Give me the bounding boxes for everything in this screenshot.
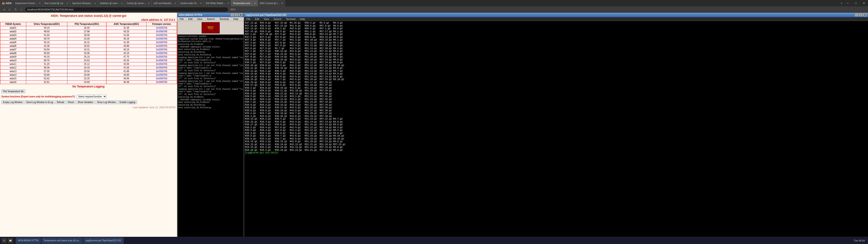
taskbar-apps-icon[interactable]: ⊞ [1,238,7,243]
tab-close-icon[interactable]: ✕ [66,2,68,4]
tab-close-icon[interactable]: ✕ [281,2,283,4]
browser-tab[interactable]: Temperature and ...✕ [231,0,258,6]
fw-link[interactable]: 0x3350706 [156,52,167,55]
action-button[interactable]: Send Log Window to ELog [25,100,55,104]
terminal-menu-item[interactable]: View [262,18,271,21]
cell-system: aida01 [0,26,26,30]
terminal-menu-item[interactable]: Edit [254,18,260,21]
taskbar-places-icon[interactable]: 📁 [8,238,13,243]
cell-psu: 25.56 [67,69,106,73]
fw-link[interactable]: 0x3350706 [156,34,167,36]
midas-menu-item[interactable]: Help [232,18,240,21]
forward-button[interactable]: ▶ [7,7,12,12]
browser-tab[interactable]: Spectrum Browser...✕ [70,0,98,6]
cell-asic: 41.06 [106,33,146,37]
cell-virtex: 61.94 [26,33,67,37]
fw-link[interactable]: 0x3350706 [156,81,167,83]
back-button[interactable]: ◀ [1,7,6,12]
cell-virtex: 48.50 [26,30,67,33]
terminal-line: R38.15.gz R28.2.gz R38.4.gz R42.3.gz R51… [245,118,867,121]
midas-menu-item[interactable]: Terminal [218,18,230,21]
tab-close-icon[interactable]: ✕ [200,2,202,4]
tab-close-icon[interactable]: ✕ [148,2,150,4]
close-button[interactable]: ✕ [860,0,868,6]
fw-link[interactable]: 0x3350706 [156,70,167,72]
new-tab-button[interactable]: + [839,0,844,6]
tab-label: Temperature and ... [233,2,252,4]
terminal-menu-item[interactable]: Search [272,18,283,21]
action-button[interactable]: Enable Logging [118,100,137,104]
fw-link[interactable]: 0x3350706 [156,37,167,40]
browser-tab[interactable]: LED and Wavefor...✕ [152,0,178,6]
minimize-button[interactable]: ─ [844,0,852,6]
terminal-close[interactable]: ✕ [863,13,867,17]
plot-temperature-button[interactable]: Plot Temperature file [1,89,25,93]
home-button[interactable]: ⌂ [19,7,24,12]
tab-close-icon[interactable]: ✕ [175,2,176,4]
midas-content[interactable]: RunControlClient loadedCompleted custom … [178,35,244,237]
terminal-minimize[interactable]: ─ [855,13,859,17]
action-button[interactable]: Reset [66,100,75,104]
fw-link[interactable]: 0x3350706 [156,66,167,69]
midas-log-line: if": no such file or directory" [178,93,243,96]
tab-close-icon[interactable]: ✕ [121,2,123,4]
fw-link[interactable]: 0x3350706 [156,41,167,43]
fw-link[interactable]: 0x3350706 [156,59,167,62]
tab-label: System wide Ch... [180,2,198,4]
maximize-button[interactable]: □ [852,0,860,6]
midas-maximize[interactable]: □ [235,13,238,17]
reload-button[interactable]: ↻ [13,7,18,12]
tab-close-icon[interactable]: ✕ [254,2,256,4]
midas-menu-item[interactable]: View [196,18,204,21]
cell-fw: 0x3350706 [146,59,177,62]
temperature-table: FEE64 System Virtex Temperature(63C) PSU… [0,22,177,84]
fw-link[interactable]: 0x3350706 [156,74,167,76]
select-function-dropdown[interactable]: Select required function [76,95,107,98]
taskbar-app[interactable]: AIDA MIDAS HTTPd [16,238,41,244]
midas-minimize[interactable]: ─ [230,13,234,17]
browser-tab[interactable]: GSI White Rabbit ...✕ [204,0,231,6]
action-button[interactable]: Show Variables [76,100,95,104]
terminal-menu-item[interactable]: File [245,18,252,21]
fw-link[interactable]: 0x3350706 [156,77,167,80]
browser-tab[interactable]: Experiment Control ...✕ [13,0,43,6]
browser-tab[interactable]: Run Control @ car...✕ [43,0,70,6]
midas-close[interactable]: ✕ [239,13,242,17]
terminal-line: R39.1.gz R29.7.gz R38.19.gz R43.7.gz R51… [245,112,867,115]
url-input[interactable] [25,7,228,12]
action-button[interactable]: Show Log Window [95,100,117,104]
cell-asic: 43.06 [106,62,146,66]
browser-tab[interactable]: Control @ carme-...✕ [125,0,152,6]
cell-fw: 0x3350706 [146,55,177,59]
fw-link[interactable]: 0x3350706 [156,48,167,51]
fw-link[interactable]: 0x3350706 [156,30,167,33]
browser-tab[interactable]: Statistics @ carm...✕ [98,0,125,6]
taskbar-app[interactable]: rpg@carme-gsi:/TapeData/G22-201 [84,238,123,244]
fw-link[interactable]: 0x3350706 [156,45,167,47]
action-button[interactable]: Empty Log Window [1,100,24,104]
tab-close-icon[interactable]: ✕ [39,2,41,4]
table-row: aida16 51.81 24.69 40.38 0x3350706 [0,81,177,84]
fw-link[interactable]: 0x3350706 [156,63,167,65]
fw-link[interactable]: 0x3350706 [156,27,167,29]
cell-fw: 0x3350706 [146,48,177,52]
action-buttons-row: Empty Log WindowSend Log Window to ELogR… [0,99,177,105]
terminal-menu-item[interactable]: Help [299,18,307,21]
table-row: aida15 52.62 22.25 40.06 0x3350706 [0,77,177,81]
midas-log-line: Completed custom startup from /MIDAS/Tcl… [178,38,243,43]
tab-close-icon[interactable]: ✕ [227,2,229,4]
terminal-menu-item[interactable]: Terminal [285,18,297,21]
midas-log-line: done executing do_PreReset [178,48,243,51]
action-button[interactable]: Reload [55,100,66,104]
fw-link[interactable]: 0x3350706 [156,56,167,58]
terminal-maximize[interactable]: □ [859,13,863,17]
browser-tab[interactable]: ASIC Control @ c...✕ [258,0,285,6]
tab-close-icon[interactable]: ✕ [94,2,96,4]
browser-tab[interactable]: System wide Ch...✕ [178,0,204,6]
terminal-content[interactable]: R37.13.gz R26.0.gz R37.22.gz R4.10.gz R5… [244,21,868,237]
midas-menu-item[interactable]: Search [206,18,216,21]
taskbar-app[interactable]: Temperature and status scan @ ca... [41,238,83,244]
midas-menu-item[interactable]: Edit [187,18,194,21]
table-row: aida13 57.00 25.56 41.88 0x3350706 [0,69,177,73]
midas-menu-item[interactable]: File [178,18,185,21]
